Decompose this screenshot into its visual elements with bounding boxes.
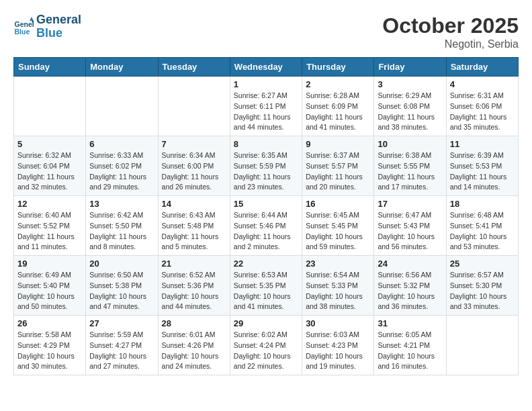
weekday-header-row: SundayMondayTuesdayWednesdayThursdayFrid… bbox=[14, 58, 519, 77]
day-info: Sunrise: 6:49 AM Sunset: 5:40 PM Dayligh… bbox=[17, 270, 82, 312]
calendar-cell: 4Sunrise: 6:31 AM Sunset: 6:06 PM Daylig… bbox=[446, 77, 518, 136]
day-info: Sunrise: 6:37 AM Sunset: 5:57 PM Dayligh… bbox=[306, 150, 370, 193]
day-info: Sunrise: 6:39 AM Sunset: 5:53 PM Dayligh… bbox=[450, 150, 515, 193]
day-number: 9 bbox=[306, 139, 370, 149]
day-info: Sunrise: 6:33 AM Sunset: 6:02 PM Dayligh… bbox=[89, 150, 154, 193]
day-number: 26 bbox=[17, 318, 82, 328]
calendar-cell: 24Sunrise: 6:56 AM Sunset: 5:32 PM Dayli… bbox=[374, 256, 446, 316]
weekday-header-sunday: Sunday bbox=[14, 58, 86, 77]
weekday-header-monday: Monday bbox=[86, 58, 158, 77]
calendar-week-row: 12Sunrise: 6:40 AM Sunset: 5:52 PM Dayli… bbox=[14, 196, 519, 256]
calendar-cell: 14Sunrise: 6:43 AM Sunset: 5:48 PM Dayli… bbox=[158, 196, 230, 256]
calendar-cell: 18Sunrise: 6:48 AM Sunset: 5:41 PM Dayli… bbox=[446, 196, 518, 256]
day-number: 2 bbox=[306, 79, 370, 89]
day-number: 19 bbox=[17, 259, 82, 269]
calendar-title-area: October 2025 Negotin, Serbia bbox=[382, 13, 519, 50]
calendar-table: SundayMondayTuesdayWednesdayThursdayFrid… bbox=[13, 57, 519, 375]
calendar-cell: 1Sunrise: 6:27 AM Sunset: 6:11 PM Daylig… bbox=[230, 77, 302, 136]
calendar-cell: 17Sunrise: 6:47 AM Sunset: 5:43 PM Dayli… bbox=[374, 196, 446, 256]
day-info: Sunrise: 6:31 AM Sunset: 6:06 PM Dayligh… bbox=[450, 91, 515, 133]
calendar-week-row: 5Sunrise: 6:32 AM Sunset: 6:04 PM Daylig… bbox=[14, 136, 519, 196]
day-info: Sunrise: 6:53 AM Sunset: 5:35 PM Dayligh… bbox=[234, 270, 298, 312]
day-number: 8 bbox=[234, 139, 298, 149]
day-number: 6 bbox=[89, 139, 154, 149]
calendar-cell: 20Sunrise: 6:50 AM Sunset: 5:38 PM Dayli… bbox=[86, 256, 158, 316]
month-title: October 2025 bbox=[382, 13, 519, 38]
calendar-cell: 16Sunrise: 6:45 AM Sunset: 5:45 PM Dayli… bbox=[302, 196, 374, 256]
calendar-cell: 30Sunrise: 6:03 AM Sunset: 4:23 PM Dayli… bbox=[302, 316, 374, 375]
calendar-cell: 9Sunrise: 6:37 AM Sunset: 5:57 PM Daylig… bbox=[302, 136, 374, 196]
day-info: Sunrise: 6:38 AM Sunset: 5:55 PM Dayligh… bbox=[378, 150, 442, 193]
calendar-cell: 2Sunrise: 6:28 AM Sunset: 6:09 PM Daylig… bbox=[302, 77, 374, 136]
calendar-week-row: 1Sunrise: 6:27 AM Sunset: 6:11 PM Daylig… bbox=[14, 77, 519, 136]
day-number: 3 bbox=[378, 79, 442, 89]
calendar-cell: 12Sunrise: 6:40 AM Sunset: 5:52 PM Dayli… bbox=[14, 196, 86, 256]
calendar-cell bbox=[446, 316, 518, 375]
day-number: 15 bbox=[234, 199, 298, 209]
day-info: Sunrise: 6:52 AM Sunset: 5:36 PM Dayligh… bbox=[162, 270, 226, 312]
day-info: Sunrise: 6:05 AM Sunset: 4:21 PM Dayligh… bbox=[378, 330, 442, 372]
logo: General Blue General Blue bbox=[13, 13, 81, 40]
calendar-cell: 29Sunrise: 6:02 AM Sunset: 4:24 PM Dayli… bbox=[230, 316, 302, 375]
day-number: 5 bbox=[17, 139, 82, 149]
calendar-cell: 3Sunrise: 6:29 AM Sunset: 6:08 PM Daylig… bbox=[374, 77, 446, 136]
day-number: 23 bbox=[306, 259, 370, 269]
day-info: Sunrise: 6:01 AM Sunset: 4:26 PM Dayligh… bbox=[162, 330, 226, 372]
logo-icon: General Blue bbox=[13, 17, 34, 37]
day-info: Sunrise: 6:28 AM Sunset: 6:09 PM Dayligh… bbox=[306, 91, 370, 133]
day-number: 13 bbox=[89, 199, 154, 209]
day-info: Sunrise: 6:44 AM Sunset: 5:46 PM Dayligh… bbox=[234, 210, 298, 253]
day-number: 16 bbox=[306, 199, 370, 209]
calendar-cell: 13Sunrise: 6:42 AM Sunset: 5:50 PM Dayli… bbox=[86, 196, 158, 256]
day-number: 24 bbox=[378, 259, 442, 269]
weekday-header-friday: Friday bbox=[374, 58, 446, 77]
calendar-cell: 5Sunrise: 6:32 AM Sunset: 6:04 PM Daylig… bbox=[14, 136, 86, 196]
page-header: General Blue General Blue October 2025 N… bbox=[13, 13, 519, 50]
calendar-cell bbox=[14, 77, 86, 136]
calendar-cell: 6Sunrise: 6:33 AM Sunset: 6:02 PM Daylig… bbox=[86, 136, 158, 196]
day-info: Sunrise: 6:02 AM Sunset: 4:24 PM Dayligh… bbox=[234, 330, 298, 372]
day-info: Sunrise: 6:40 AM Sunset: 5:52 PM Dayligh… bbox=[17, 210, 82, 253]
calendar-cell bbox=[158, 77, 230, 136]
calendar-cell: 10Sunrise: 6:38 AM Sunset: 5:55 PM Dayli… bbox=[374, 136, 446, 196]
calendar-week-row: 26Sunrise: 5:58 AM Sunset: 4:29 PM Dayli… bbox=[14, 316, 519, 375]
calendar-cell: 21Sunrise: 6:52 AM Sunset: 5:36 PM Dayli… bbox=[158, 256, 230, 316]
weekday-header-tuesday: Tuesday bbox=[158, 58, 230, 77]
day-number: 11 bbox=[450, 139, 515, 149]
day-number: 28 bbox=[162, 318, 226, 328]
calendar-cell: 8Sunrise: 6:35 AM Sunset: 5:59 PM Daylig… bbox=[230, 136, 302, 196]
day-info: Sunrise: 6:27 AM Sunset: 6:11 PM Dayligh… bbox=[234, 91, 298, 133]
day-number: 22 bbox=[234, 259, 298, 269]
day-number: 18 bbox=[450, 199, 515, 209]
calendar-cell: 27Sunrise: 5:59 AM Sunset: 4:27 PM Dayli… bbox=[86, 316, 158, 375]
day-info: Sunrise: 6:57 AM Sunset: 5:30 PM Dayligh… bbox=[450, 270, 515, 312]
calendar-cell: 7Sunrise: 6:34 AM Sunset: 6:00 PM Daylig… bbox=[158, 136, 230, 196]
calendar-cell: 23Sunrise: 6:54 AM Sunset: 5:33 PM Dayli… bbox=[302, 256, 374, 316]
day-info: Sunrise: 5:59 AM Sunset: 4:27 PM Dayligh… bbox=[89, 330, 154, 372]
day-info: Sunrise: 6:45 AM Sunset: 5:45 PM Dayligh… bbox=[306, 210, 370, 253]
day-info: Sunrise: 6:48 AM Sunset: 5:41 PM Dayligh… bbox=[450, 210, 515, 253]
weekday-header-thursday: Thursday bbox=[302, 58, 374, 77]
svg-text:Blue: Blue bbox=[15, 27, 30, 35]
day-info: Sunrise: 6:47 AM Sunset: 5:43 PM Dayligh… bbox=[378, 210, 442, 253]
day-number: 1 bbox=[234, 79, 298, 89]
day-info: Sunrise: 6:03 AM Sunset: 4:23 PM Dayligh… bbox=[306, 330, 370, 372]
calendar-cell: 25Sunrise: 6:57 AM Sunset: 5:30 PM Dayli… bbox=[446, 256, 518, 316]
day-info: Sunrise: 6:43 AM Sunset: 5:48 PM Dayligh… bbox=[162, 210, 226, 253]
weekday-header-saturday: Saturday bbox=[446, 58, 518, 77]
day-number: 29 bbox=[234, 318, 298, 328]
day-number: 10 bbox=[378, 139, 442, 149]
day-number: 31 bbox=[378, 318, 442, 328]
calendar-week-row: 19Sunrise: 6:49 AM Sunset: 5:40 PM Dayli… bbox=[14, 256, 519, 316]
day-number: 12 bbox=[17, 199, 82, 209]
location-title: Negotin, Serbia bbox=[382, 38, 519, 50]
day-number: 30 bbox=[306, 318, 370, 328]
day-info: Sunrise: 6:32 AM Sunset: 6:04 PM Dayligh… bbox=[17, 150, 82, 193]
calendar-cell: 11Sunrise: 6:39 AM Sunset: 5:53 PM Dayli… bbox=[446, 136, 518, 196]
calendar-cell bbox=[86, 77, 158, 136]
calendar-cell: 15Sunrise: 6:44 AM Sunset: 5:46 PM Dayli… bbox=[230, 196, 302, 256]
day-info: Sunrise: 6:34 AM Sunset: 6:00 PM Dayligh… bbox=[162, 150, 226, 193]
day-number: 27 bbox=[89, 318, 154, 328]
calendar-cell: 19Sunrise: 6:49 AM Sunset: 5:40 PM Dayli… bbox=[14, 256, 86, 316]
logo-text-general: General bbox=[36, 13, 81, 27]
